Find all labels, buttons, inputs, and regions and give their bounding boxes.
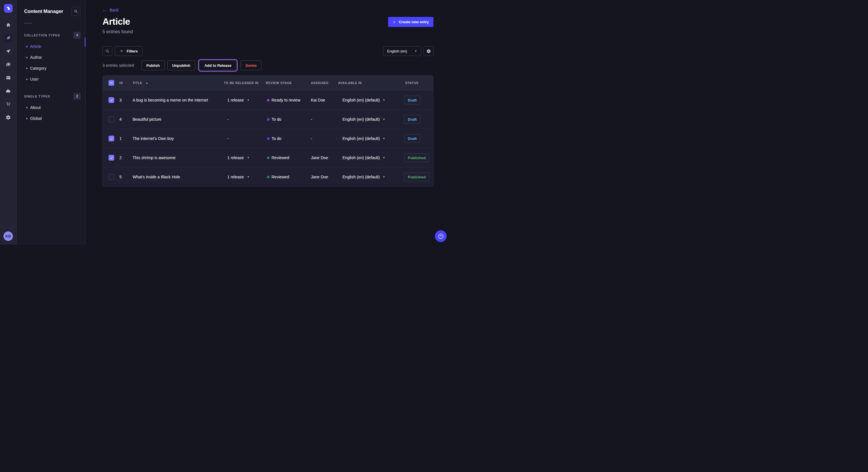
row-release-dropdown[interactable]: 1 release ▼: [223, 156, 265, 160]
row-locale-dropdown[interactable]: English (en) (default) ▼: [337, 136, 404, 141]
row-review-stage: To do: [272, 117, 281, 122]
table-header: ID TITLE ▲ TO BE RELEASED IN REVIEW STAG…: [103, 75, 433, 90]
select-all-checkbox[interactable]: [108, 80, 114, 86]
row-review-stage: Reviewed: [272, 156, 289, 160]
page-title: Article: [102, 16, 133, 27]
shopping-cart-icon: [6, 102, 11, 107]
row-release-value: -: [227, 117, 229, 122]
sidebar-rule: [24, 23, 32, 24]
publish-button[interactable]: Publish: [142, 61, 165, 70]
avatar[interactable]: KD: [3, 231, 13, 241]
row-locale-dropdown[interactable]: English (en) (default) ▼: [337, 98, 404, 102]
rail-divider: [0, 16, 17, 16]
row-checkbox[interactable]: [108, 136, 114, 141]
row-checkbox[interactable]: [108, 174, 114, 180]
caret-down-icon: ▼: [247, 157, 250, 159]
locale-select[interactable]: English (en) ▼: [383, 46, 421, 56]
row-id: 5: [118, 175, 131, 179]
row-id: 4: [118, 117, 131, 122]
row-release-dropdown[interactable]: - ▼: [223, 117, 265, 122]
sidebar-item-label: About: [30, 105, 41, 110]
create-new-entry-button[interactable]: + Create new entry: [388, 17, 433, 27]
content-manager-sidebar: Content Manager COLLECTION TYPES 4 Artic…: [17, 0, 86, 245]
unpublish-button[interactable]: Unpublish: [167, 61, 195, 70]
sidebar-item-releases[interactable]: [4, 47, 12, 55]
review-stage-dot: [267, 99, 270, 102]
plus-icon: +: [393, 20, 396, 24]
section-label: SINGLE TYPES: [24, 95, 50, 98]
column-header-available-in[interactable]: AVAILABLE IN: [337, 81, 404, 85]
row-checkbox[interactable]: [108, 155, 114, 161]
sidebar-item-home[interactable]: [4, 21, 12, 29]
sidebar-item-settings[interactable]: [4, 113, 12, 121]
sidebar-item-global[interactable]: Global: [17, 113, 85, 124]
column-header-assignee[interactable]: ASSIGNEE: [310, 81, 337, 85]
row-release-value: 1 release: [227, 175, 244, 179]
entries-table: ID TITLE ▲ TO BE RELEASED IN REVIEW STAG…: [102, 75, 433, 187]
sidebar-item-cloud[interactable]: [4, 87, 12, 95]
locale-value: English (en): [387, 49, 407, 53]
table-row[interactable]: 5 What's inside a Black Hole 1 release ▼…: [103, 167, 433, 187]
sidebar-item-category[interactable]: Category: [17, 63, 85, 74]
row-checkbox[interactable]: [108, 97, 114, 103]
sidebar-item-marketplace[interactable]: [4, 100, 12, 108]
sidebar-item-about[interactable]: About: [17, 102, 85, 113]
caret-down-icon: ▼: [247, 99, 250, 102]
status-badge: Draft: [404, 96, 420, 104]
sidebar-title: Content Manager: [24, 9, 63, 14]
sidebar-item-content-manager[interactable]: [4, 34, 12, 42]
help-button[interactable]: ?: [435, 230, 446, 242]
row-release-dropdown[interactable]: - ▼: [223, 136, 265, 141]
review-stage-dot: [267, 157, 270, 159]
table-row[interactable]: 3 A bug is becoming a meme on the intern…: [103, 90, 433, 109]
column-header-title[interactable]: TITLE ▲: [131, 81, 223, 85]
sidebar-item-article[interactable]: Article: [17, 41, 85, 52]
row-id: 2: [118, 156, 131, 160]
view-settings-button[interactable]: [424, 46, 433, 56]
row-assignee: Jane Doe: [310, 175, 337, 179]
row-title: The internet's Own boy: [131, 136, 223, 141]
column-header-to-be-released-in[interactable]: TO BE RELEASED IN: [223, 81, 265, 85]
feather-icon: [6, 36, 11, 41]
main-content: ← Back Article 5 entries found + Create …: [86, 0, 450, 245]
back-link[interactable]: ← Back: [102, 8, 119, 12]
row-available-value: English (en) (default): [342, 175, 380, 179]
strapi-logo[interactable]: [4, 4, 12, 12]
status-badge: Published: [404, 154, 429, 162]
row-title: This shrimp is awesome: [131, 156, 223, 160]
row-release-dropdown[interactable]: 1 release ▼: [223, 175, 265, 179]
sidebar-search-button[interactable]: [71, 7, 81, 16]
sidebar-item-user[interactable]: User: [17, 74, 85, 85]
row-review-stage: Ready to review: [272, 98, 300, 102]
caret-down-icon: ▼: [383, 137, 385, 140]
row-title: What's inside a Black Hole: [131, 175, 223, 179]
bullet-icon: [26, 57, 28, 58]
row-available-value: English (en) (default): [342, 117, 380, 122]
row-release-dropdown[interactable]: 1 release ▼: [223, 98, 265, 102]
row-checkbox[interactable]: [108, 116, 114, 122]
row-locale-dropdown[interactable]: English (en) (default) ▼: [337, 175, 404, 179]
question-mark-icon: ?: [438, 234, 443, 239]
back-label: Back: [110, 8, 119, 12]
row-locale-dropdown[interactable]: English (en) (default) ▼: [337, 117, 404, 122]
bullet-icon: [26, 118, 28, 119]
column-header-status[interactable]: STATUS: [404, 81, 433, 85]
column-header-id[interactable]: ID: [118, 81, 131, 85]
table-row[interactable]: 4 Beautiful picture - ▼ To do - English …: [103, 109, 433, 129]
sidebar-item-media-library[interactable]: [4, 61, 12, 69]
main-nav-rail: KD: [0, 0, 17, 245]
row-locale-dropdown[interactable]: English (en) (default) ▼: [337, 156, 404, 160]
sidebar-item-content-type-builder[interactable]: [4, 74, 12, 82]
caret-down-icon: ▼: [414, 50, 417, 53]
sidebar-item-author[interactable]: Author: [17, 52, 85, 63]
column-header-review-stage[interactable]: REVIEW STAGE: [265, 81, 310, 85]
layout-icon: [6, 75, 11, 80]
add-to-release-button[interactable]: Add to Release: [199, 61, 236, 70]
table-row[interactable]: 1 The internet's Own boy - ▼ To do - Eng…: [103, 129, 433, 148]
filters-button[interactable]: Filters: [115, 46, 143, 56]
search-button[interactable]: [102, 46, 112, 56]
delete-button[interactable]: Delete: [241, 61, 261, 70]
table-row[interactable]: 2 This shrimp is awesome 1 release ▼ Rev…: [103, 148, 433, 167]
row-review-stage: To do: [272, 136, 281, 141]
single-types-section: SINGLE TYPES 2 About Global: [17, 93, 85, 124]
